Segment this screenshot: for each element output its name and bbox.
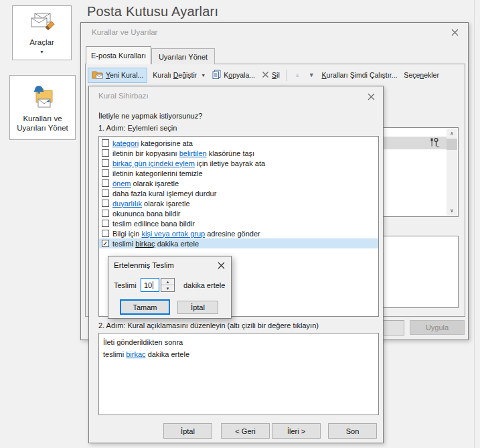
- action-checkbox[interactable]: ✓: [102, 240, 109, 247]
- scrollbar-thumb[interactable]: [447, 139, 457, 150]
- rule-value-link[interactable]: kişi veya ortak grup: [141, 230, 205, 238]
- page-title: Posta Kutusu Ayarları: [87, 4, 218, 19]
- action-label: daha fazla kural işlemeyi durdur: [112, 190, 216, 198]
- action-checkbox[interactable]: [102, 210, 109, 217]
- tab-email-rules-label: E-posta Kuralları: [91, 52, 146, 60]
- minutes-value: 10: [144, 281, 152, 289]
- rules-dialog-close-button[interactable]: [448, 27, 461, 39]
- action-item[interactable]: önem olarak işaretle: [99, 178, 378, 188]
- tools-dropdown-icon: ▼: [39, 50, 44, 54]
- delete-rule-label: Sil: [272, 71, 280, 79]
- action-item[interactable]: teslim edilince bana bildir: [99, 218, 378, 228]
- action-item[interactable]: okununca bana bildir: [99, 208, 378, 218]
- run-rules-now-button[interactable]: Kuralları Şimdi Çalıştır...: [319, 69, 401, 81]
- rule-actions-tools-icon: [429, 138, 440, 149]
- new-rule-button[interactable]: Yeni Kural...: [88, 68, 147, 83]
- action-item[interactable]: ✓teslimi birkaç dakika ertele: [99, 238, 378, 248]
- stepper-down-icon[interactable]: ▼: [161, 285, 174, 291]
- action-item[interactable]: birkaç gün içindeki eylem için iletiye b…: [99, 158, 378, 168]
- rule-text: dakika ertele: [146, 350, 189, 358]
- delete-rule-button[interactable]: Sil: [258, 69, 283, 82]
- new-rule-label: Yeni Kural...: [106, 71, 143, 79]
- scroll-up-icon[interactable]: ∧: [447, 129, 457, 139]
- tab-manage-alerts-label: Uyarıları Yönet: [159, 53, 208, 61]
- action-item[interactable]: kategori kategorisine ata: [99, 138, 378, 148]
- rule-value-link[interactable]: birkaç gün içindeki eylem: [112, 159, 195, 167]
- rule-text: iletinin bir kopyasını: [112, 149, 179, 157]
- deferred-cancel-button[interactable]: İptal: [177, 301, 218, 314]
- change-rule-button[interactable]: Kuralı Değiştir ▼: [149, 69, 209, 81]
- action-checkbox[interactable]: [102, 139, 109, 147]
- rule-value-link[interactable]: kategori: [112, 139, 139, 147]
- action-item[interactable]: duyarlılık olarak işaretle: [99, 198, 378, 208]
- minutes-stepper[interactable]: ▲ ▼: [161, 278, 175, 292]
- action-checkbox[interactable]: [102, 149, 109, 157]
- rule-text: kategorisine ata: [139, 139, 193, 147]
- rule-value-link[interactable]: belirtilen: [179, 149, 207, 157]
- wizard-rule-description: İleti gönderildikten sonrateslimi birkaç…: [98, 333, 379, 415]
- rules-apply-button: Uygula: [410, 320, 465, 335]
- rule-text: teslimi: [103, 350, 126, 358]
- tab-manage-alerts[interactable]: Uyarıları Yönet: [151, 48, 215, 64]
- rule-text: için iletiye bayrak ata: [195, 159, 265, 167]
- rules-list-scrollbar[interactable]: ∧ ∨: [447, 129, 457, 216]
- rule-text: iletinin kategorilerini temizle: [112, 169, 203, 177]
- rule-text: klasörüne taşı: [207, 149, 255, 157]
- action-checkbox[interactable]: [102, 159, 109, 167]
- options-button[interactable]: Seçenekler: [400, 69, 443, 81]
- action-item[interactable]: iletinin bir kopyasını belirtilen klasör…: [99, 148, 378, 158]
- description-line: İleti gönderildikten sonra: [103, 336, 374, 348]
- scrollbar-track[interactable]: [447, 150, 457, 206]
- rule-value-link[interactable]: birkaç: [135, 240, 155, 248]
- copy-icon: [212, 70, 221, 80]
- tools-button[interactable]: Araçlar ▼: [12, 5, 72, 60]
- description-line: teslimi birkaç dakika ertele: [103, 348, 374, 360]
- minutes-input[interactable]: 10: [141, 278, 159, 292]
- action-checkbox[interactable]: [102, 220, 109, 227]
- scroll-down-icon[interactable]: ∨: [447, 206, 457, 216]
- wizard-next-button[interactable]: İleri >: [272, 423, 321, 439]
- deferred-ok-button[interactable]: Tamam: [120, 299, 170, 315]
- tools-icon: [29, 12, 55, 35]
- tools-button-label: Araçlar: [29, 38, 54, 47]
- action-label: birkaç gün içindeki eylem için iletiye b…: [112, 159, 265, 167]
- manage-rules-label-line2: Uyarıları Yönet: [17, 123, 68, 133]
- action-checkbox[interactable]: [102, 179, 109, 187]
- action-label: Bilgi için kişi veya ortak grup adresine…: [112, 230, 260, 238]
- wizard-question: İletiyle ne yapmak istiyorsunuz?: [98, 112, 202, 120]
- action-checkbox[interactable]: [102, 169, 109, 177]
- toolbar-separator: [287, 70, 287, 81]
- action-item[interactable]: iletinin kategorilerini temizle: [99, 168, 378, 178]
- wizard-finish-button[interactable]: Son: [328, 423, 377, 439]
- outlook-mailbox-settings-screen: Araçlar ▼ Kuralları ve Uyarıları Yönet P…: [0, 0, 480, 448]
- action-item[interactable]: daha fazla kural işlemeyi durdur: [99, 188, 378, 198]
- rules-alerts-icon: [28, 83, 58, 111]
- move-rule-up-button[interactable]: ▲: [291, 72, 305, 78]
- close-icon: [451, 29, 459, 38]
- action-label: teslim edilince bana bildir: [112, 220, 195, 228]
- rule-value-link[interactable]: duyarlılık: [112, 200, 142, 208]
- rule-text: teslimi: [112, 240, 135, 248]
- stepper-up-icon[interactable]: ▲: [161, 279, 174, 285]
- wizard-back-button[interactable]: < Geri: [221, 423, 270, 439]
- copy-rule-button[interactable]: Kopyala...: [209, 68, 258, 82]
- deferred-close-button[interactable]: [214, 260, 228, 272]
- move-rule-down-button[interactable]: ▼: [305, 72, 319, 78]
- manage-rules-alerts-button[interactable]: Kuralları ve Uyarıları Yönet: [9, 75, 76, 140]
- action-checkbox[interactable]: [102, 190, 109, 197]
- action-label: duyarlılık olarak işaretle: [112, 200, 190, 208]
- wizard-close-button[interactable]: [364, 91, 378, 103]
- rules-toolbar: Yeni Kural... Kuralı Değiştir ▼ Kopyala.…: [88, 67, 463, 83]
- wizard-cancel-button[interactable]: İptal: [163, 423, 212, 439]
- deferred-minutes-label: Teslimi: [114, 281, 137, 289]
- rule-text: dakika ertele: [155, 240, 199, 248]
- rule-value-link[interactable]: önem: [112, 179, 131, 188]
- action-label: iletinin kategorilerini temizle: [112, 169, 203, 177]
- action-item[interactable]: Bilgi için kişi veya ortak grup adresine…: [99, 228, 378, 238]
- action-label: teslimi birkaç dakika ertele: [112, 240, 199, 248]
- copy-rule-label: Kopyala...: [224, 71, 255, 79]
- action-checkbox[interactable]: [102, 200, 109, 207]
- action-checkbox[interactable]: [102, 230, 109, 237]
- rule-value-link[interactable]: birkaç: [126, 350, 145, 358]
- tab-email-rules[interactable]: E-posta Kuralları: [86, 46, 151, 64]
